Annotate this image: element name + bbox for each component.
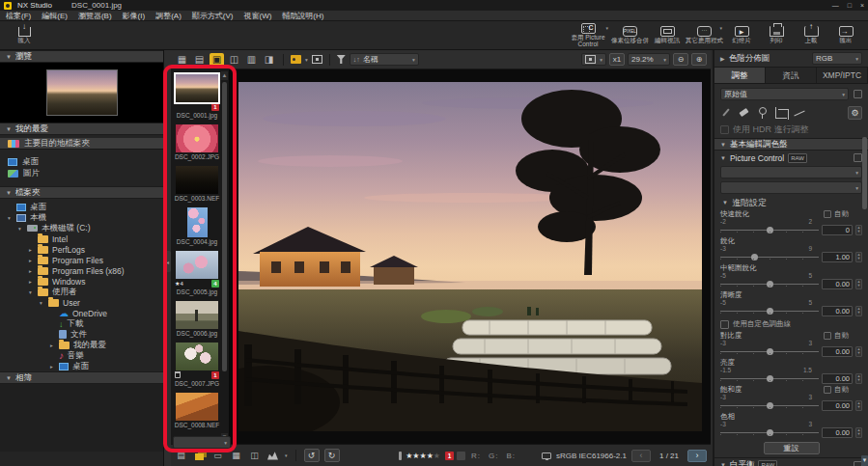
photo-canvas[interactable] <box>238 82 702 431</box>
slider-thumb[interactable] <box>767 281 773 288</box>
gray-label-badge[interactable] <box>457 452 465 460</box>
slider-track[interactable] <box>720 253 819 260</box>
thumbnail[interactable] <box>176 393 218 421</box>
spinner-control[interactable]: ▲▼ <box>855 400 862 411</box>
preview-thumbnail[interactable] <box>46 69 118 116</box>
tree-expand-icon[interactable]: ▾ <box>27 289 34 295</box>
import-button[interactable]: 匯入 <box>10 27 39 44</box>
viewmode-thumbnail-grid[interactable]: ▦ <box>175 53 189 67</box>
close-icon[interactable]: × <box>860 2 864 9</box>
spinner-control[interactable]: ▲▼ <box>855 279 862 289</box>
tab-xmp-iptc[interactable]: XMP/IPTC <box>817 68 868 83</box>
menu-item-2[interactable]: 瀏覽器(B) <box>78 11 112 21</box>
picture-control-checkbox[interactable] <box>854 153 862 162</box>
scrollbar-thumb[interactable] <box>222 82 227 371</box>
color-control-point-icon[interactable] <box>757 107 769 119</box>
tree-expand-icon[interactable]: ▸ <box>27 247 34 253</box>
slider-value[interactable]: 0.00 <box>822 279 853 289</box>
tab-adjustments[interactable]: 調整 <box>714 68 766 83</box>
spinner-control[interactable]: ▲▼ <box>855 427 862 438</box>
thumbnail[interactable] <box>176 124 218 152</box>
color-label-badge[interactable]: 1 <box>445 452 454 460</box>
zoom-100-button[interactable]: x1 <box>609 53 625 66</box>
toolbar-export-button[interactable]: 匯出 <box>829 22 862 49</box>
folders-section-header[interactable]: ▼檔案夾 <box>0 186 163 199</box>
slider-value[interactable]: 0 <box>822 225 853 235</box>
menu-item-6[interactable]: 視窗(W) <box>243 11 271 21</box>
tab-info[interactable]: 資訊 <box>766 68 817 83</box>
slider-track[interactable] <box>720 347 819 355</box>
toolbar-apply-picture-control-button[interactable]: ▾套用 Picture Control <box>567 22 609 49</box>
slider-value[interactable]: 0.00 <box>822 400 853 411</box>
tree-item-14[interactable]: 音樂 <box>0 350 163 361</box>
sidebar-splitter[interactable]: ◂ <box>164 50 171 466</box>
auto-checkbox[interactable] <box>824 386 831 394</box>
slider-value[interactable]: 0.00 <box>822 306 853 316</box>
rating-star-3[interactable]: ★ <box>420 452 427 460</box>
label-filter-icon[interactable] <box>291 55 301 64</box>
zoom-level-dropdown[interactable]: 29.2%▾ <box>628 53 670 66</box>
thumbnail[interactable] <box>176 301 218 329</box>
viewmode-compare-pair[interactable]: ▥ <box>244 53 259 67</box>
toolbar-upload-button[interactable]: 上載 <box>795 22 827 49</box>
preset-dropdown[interactable]: 原始值▾ <box>720 88 849 100</box>
tree-item-6[interactable]: ▸Program Files (x86) <box>0 265 163 276</box>
slider-thumb[interactable] <box>751 254 758 260</box>
spinner-control[interactable]: ▲▼ <box>855 373 862 384</box>
filmstrip-footer-dropdown[interactable]: ▾ <box>173 436 231 449</box>
minimize-icon[interactable]: — <box>832 2 839 9</box>
slider-track[interactable] <box>720 428 819 436</box>
tree-item-1[interactable]: ▾本機 <box>0 212 163 223</box>
tree-expand-icon[interactable]: ▸ <box>27 268 34 274</box>
toolbar-slideshow-button[interactable]: 幻燈片 <box>725 22 758 49</box>
tree-item-13[interactable]: ▸我的最愛 <box>0 340 163 350</box>
tree-item-4[interactable]: ▸PerfLogs <box>0 244 163 255</box>
tree-item-15[interactable]: ▸桌面 <box>0 361 163 371</box>
custom-curve-checkbox[interactable] <box>720 320 729 329</box>
menu-item-1[interactable]: 編輯(E) <box>42 11 68 21</box>
sort-dropdown[interactable]: ↓↑ 名稱 ▾ <box>350 53 419 66</box>
favorite-item-0[interactable]: 主要目的地檔案夾 <box>0 138 163 150</box>
spinner-control[interactable]: ▲▼ <box>855 225 862 235</box>
spinner-control[interactable]: ▲▼ <box>855 306 862 316</box>
single-view-icon[interactable]: ▤ <box>175 450 187 461</box>
tree-item-5[interactable]: ▸Program Files <box>0 255 163 265</box>
favorite-item-1[interactable]: 桌面 <box>0 156 163 168</box>
rating-strip-icon[interactable] <box>399 452 402 460</box>
eraser-icon[interactable] <box>739 107 750 119</box>
picture-control-dropdown-2[interactable]: ▾ <box>720 181 862 194</box>
menu-item-3[interactable]: 影像(I) <box>123 11 146 21</box>
filmstrip-scrollbar[interactable]: ▲▼ <box>221 71 228 442</box>
slider-track[interactable] <box>720 280 819 288</box>
tree-item-9[interactable]: ▾User <box>0 297 163 308</box>
tree-item-3[interactable]: Intel <box>0 233 163 244</box>
tree-item-0[interactable]: 桌面 <box>0 202 163 212</box>
split-view-icon[interactable]: ◫ <box>248 450 261 461</box>
viewmode-image-viewer[interactable]: ▣ <box>210 53 224 67</box>
thumbnail[interactable] <box>176 166 218 194</box>
tree-expand-icon[interactable]: ▸ <box>27 258 34 263</box>
navigator-icon[interactable]: ▭ <box>211 450 224 461</box>
retouch-brush-icon[interactable] <box>720 107 732 119</box>
zoom-out-button[interactable]: ⊖ <box>673 53 688 66</box>
menu-item-5[interactable]: 顯示方式(V) <box>192 11 234 21</box>
compare-labels-icon[interactable] <box>193 450 206 461</box>
tree-item-11[interactable]: 下載 <box>0 318 163 329</box>
slider-thumb[interactable] <box>767 348 773 355</box>
menu-item-7[interactable]: 輔助說明(H) <box>282 11 323 21</box>
histogram-channel-dropdown[interactable]: RGB▾ <box>812 52 862 65</box>
slider-track[interactable] <box>720 307 819 315</box>
thumbnail[interactable] <box>176 251 218 279</box>
hdr-checkbox[interactable] <box>720 125 729 134</box>
spinner-control[interactable]: ▲▼ <box>855 252 862 262</box>
straighten-icon[interactable] <box>794 107 805 119</box>
basic-palette-header[interactable]: ▼基本編輯調色盤 <box>714 138 868 151</box>
tree-item-12[interactable]: 文件 <box>0 329 163 340</box>
favorite-item-2[interactable]: 圖片 <box>0 168 163 179</box>
crop-icon[interactable] <box>775 107 787 119</box>
auto-checkbox[interactable] <box>824 332 831 340</box>
viewmode-before-after[interactable]: ◨ <box>262 53 276 67</box>
favorites-section-header[interactable]: ▼我的最愛 <box>0 123 163 135</box>
auto-checkbox[interactable] <box>824 210 831 218</box>
histogram-header[interactable]: ▶ 色階分佈圖 RGB▾ <box>714 50 868 68</box>
